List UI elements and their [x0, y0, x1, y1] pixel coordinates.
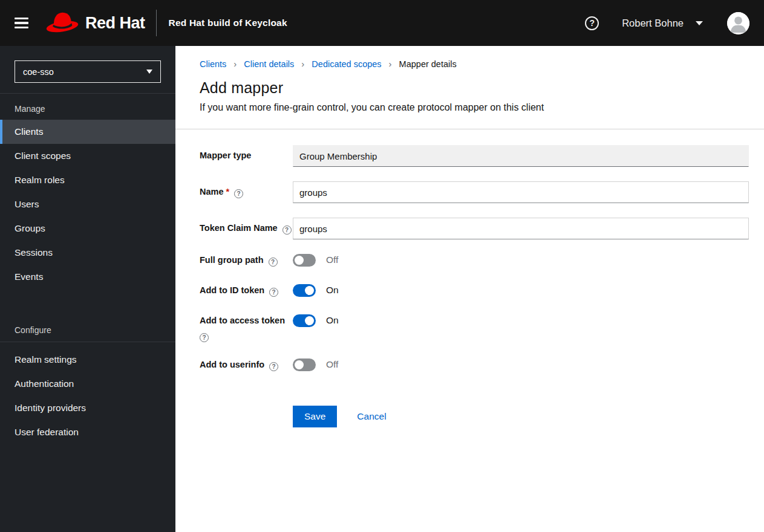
add-to-access-token-help-icon[interactable]: ?	[200, 333, 209, 342]
add-to-access-token-state: On	[326, 315, 339, 326]
breadcrumb-dedicated-scopes[interactable]: Dedicated scopes	[312, 59, 381, 69]
full-group-path-label: Full group path	[200, 255, 264, 265]
nav-group-configure: Configure Realm settings Authentication …	[0, 315, 175, 444]
mapper-type-row: Mapper type	[200, 145, 749, 167]
add-to-id-token-state: On	[326, 285, 339, 296]
token-claim-name-row: Token Claim Name?	[200, 218, 749, 239]
add-mapper-form: Mapper type Name*? Token	[175, 129, 764, 427]
required-asterisk: *	[226, 187, 230, 196]
full-group-path-toggle[interactable]	[293, 254, 316, 267]
cancel-link[interactable]: Cancel	[357, 411, 386, 422]
save-button[interactable]: Save	[293, 406, 337, 427]
redhat-logo[interactable]: Red Hat	[45, 10, 145, 36]
add-to-userinfo-state: Off	[326, 359, 338, 370]
add-to-id-token-help-icon[interactable]: ?	[269, 288, 278, 297]
sidebar-item-realm-roles[interactable]: Realm roles	[0, 168, 175, 192]
token-claim-name-help-icon[interactable]: ?	[282, 225, 292, 235]
token-claim-name-label: Token Claim Name	[200, 223, 278, 233]
add-to-access-token-toggle[interactable]	[293, 314, 316, 327]
sidebar-item-realm-settings[interactable]: Realm settings	[0, 348, 175, 372]
user-name: Robert Bohne	[622, 18, 684, 29]
add-to-userinfo-row: Add to userinfo? Off	[200, 358, 749, 371]
add-to-access-token-row: Add to access token? On	[200, 314, 749, 345]
product-name: Red Hat build of Keycloak	[169, 18, 287, 28]
sidebar-item-clients[interactable]: Clients	[0, 120, 175, 144]
add-to-userinfo-label: Add to userinfo	[200, 360, 264, 369]
sidebar-item-client-scopes[interactable]: Client scopes	[0, 144, 175, 168]
name-label: Name	[200, 187, 224, 196]
help-question-icon[interactable]: ?	[585, 16, 599, 30]
sidebar-item-authentication[interactable]: Authentication	[0, 372, 175, 396]
breadcrumb-client-details[interactable]: Client details	[244, 59, 294, 69]
sidebar-item-sessions[interactable]: Sessions	[0, 241, 175, 265]
breadcrumb-separator-icon: ›	[233, 59, 237, 69]
breadcrumb-clients[interactable]: Clients	[200, 59, 226, 69]
sidebar-item-groups[interactable]: Groups	[0, 216, 175, 241]
name-help-icon[interactable]: ?	[234, 189, 243, 198]
page-subtitle: If you want more fine-grain control, you…	[200, 102, 749, 113]
main-content: Clients › Client details › Dedicated sco…	[175, 46, 764, 532]
user-menu-dropdown[interactable]: Robert Bohne	[622, 18, 703, 29]
breadcrumb-current: Mapper details	[399, 59, 457, 69]
add-to-id-token-label: Add to ID token	[200, 285, 264, 295]
full-group-path-row: Full group path? Off	[200, 254, 749, 267]
hamburger-menu-icon[interactable]	[15, 15, 28, 31]
masthead-divider	[156, 10, 157, 36]
name-input[interactable]	[293, 181, 749, 203]
form-actions: Save Cancel	[200, 406, 749, 427]
sidebar-item-events[interactable]: Events	[0, 265, 175, 289]
sidebar-item-users[interactable]: Users	[0, 192, 175, 216]
sidebar-item-identity-providers[interactable]: Identity providers	[0, 396, 175, 420]
realm-selector[interactable]: coe-sso	[15, 60, 161, 83]
add-to-id-token-toggle[interactable]	[293, 284, 316, 297]
masthead: Red Hat Red Hat build of Keycloak ? Robe…	[0, 0, 764, 46]
keycloak-admin-console: Red Hat Red Hat build of Keycloak ? Robe…	[0, 0, 764, 532]
add-to-userinfo-toggle[interactable]	[293, 358, 316, 371]
sidebar-divider	[0, 342, 175, 342]
add-to-id-token-row: Add to ID token? On	[200, 284, 749, 297]
user-avatar-icon[interactable]	[727, 12, 749, 34]
page-header: Clients › Client details › Dedicated sco…	[175, 46, 764, 129]
name-row: Name*?	[200, 181, 749, 203]
realm-name: coe-sso	[23, 67, 54, 77]
page-title: Add mapper	[200, 79, 749, 97]
sidebar-nav: coe-sso Manage Clients Client scopes Rea…	[0, 46, 175, 532]
add-to-userinfo-help-icon[interactable]: ?	[269, 362, 278, 371]
nav-group-manage: Manage Clients Client scopes Realm roles…	[0, 94, 175, 289]
sidebar-item-user-federation[interactable]: User federation	[0, 420, 175, 444]
token-claim-name-input[interactable]	[293, 218, 749, 239]
breadcrumb-separator-icon: ›	[389, 59, 392, 69]
breadcrumb: Clients › Client details › Dedicated sco…	[200, 59, 749, 69]
nav-group-title: Configure	[0, 315, 175, 341]
add-to-access-token-label: Add to access token	[200, 316, 285, 325]
brand-text: Red Hat	[85, 14, 145, 33]
breadcrumb-separator-icon: ›	[301, 59, 304, 69]
mapper-type-input[interactable]	[293, 145, 749, 167]
full-group-path-help-icon[interactable]: ?	[269, 258, 278, 267]
redhat-fedora-icon	[45, 10, 79, 36]
full-group-path-state: Off	[326, 255, 338, 265]
chevron-down-icon	[696, 21, 703, 25]
mapper-type-label: Mapper type	[200, 151, 251, 160]
chevron-down-icon	[146, 70, 152, 74]
nav-group-title: Manage	[0, 94, 175, 120]
